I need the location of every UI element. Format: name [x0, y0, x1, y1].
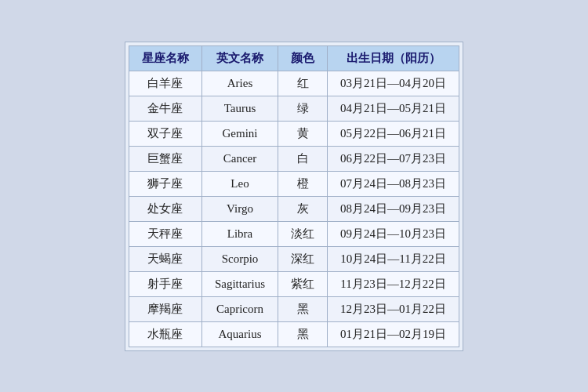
table-row: 白羊座Aries红03月21日—04月20日 — [129, 71, 459, 96]
table-row: 狮子座Leo橙07月24日—08月23日 — [129, 171, 459, 196]
cell-color: 深红 — [278, 246, 328, 271]
cell-english-name: Capricorn — [201, 296, 278, 321]
cell-chinese-name: 天秤座 — [129, 221, 201, 246]
header-chinese-name: 星座名称 — [129, 45, 201, 71]
cell-dates: 11月23日—12月22日 — [328, 271, 459, 296]
table-row: 金牛座Taurus绿04月21日—05月21日 — [129, 96, 459, 121]
cell-english-name: Cancer — [201, 146, 278, 171]
table-row: 摩羯座Capricorn黑12月23日—01月22日 — [129, 296, 459, 321]
cell-english-name: Libra — [201, 221, 278, 246]
cell-color: 紫红 — [278, 271, 328, 296]
table-header-row: 星座名称 英文名称 颜色 出生日期（阳历） — [129, 45, 459, 71]
cell-chinese-name: 金牛座 — [129, 96, 201, 121]
cell-color: 绿 — [278, 96, 328, 121]
cell-chinese-name: 水瓶座 — [129, 321, 201, 347]
cell-dates: 07月24日—08月23日 — [328, 171, 459, 196]
cell-dates: 09月24日—10月23日 — [328, 221, 459, 246]
table-row: 天蝎座Scorpio深红10月24日—11月22日 — [129, 246, 459, 271]
cell-color: 淡红 — [278, 221, 328, 246]
table-row: 处女座Virgo灰08月24日—09月23日 — [129, 196, 459, 221]
cell-dates: 12月23日—01月22日 — [328, 296, 459, 321]
cell-dates: 10月24日—11月22日 — [328, 246, 459, 271]
cell-chinese-name: 摩羯座 — [129, 296, 201, 321]
header-color: 颜色 — [278, 45, 328, 71]
header-dates: 出生日期（阳历） — [328, 45, 459, 71]
cell-chinese-name: 狮子座 — [129, 171, 201, 196]
cell-chinese-name: 双子座 — [129, 121, 201, 146]
cell-dates: 08月24日—09月23日 — [328, 196, 459, 221]
cell-english-name: Taurus — [201, 96, 278, 121]
cell-english-name: Sagittarius — [201, 271, 278, 296]
header-english-name: 英文名称 — [201, 45, 278, 71]
cell-english-name: Scorpio — [201, 246, 278, 271]
cell-english-name: Leo — [201, 171, 278, 196]
cell-english-name: Aquarius — [201, 321, 278, 347]
cell-dates: 06月22日—07月23日 — [328, 146, 459, 171]
zodiac-table: 星座名称 英文名称 颜色 出生日期（阳历） 白羊座Aries红03月21日—04… — [129, 45, 459, 347]
cell-color: 黑 — [278, 321, 328, 347]
cell-chinese-name: 处女座 — [129, 196, 201, 221]
cell-color: 黄 — [278, 121, 328, 146]
table-row: 巨蟹座Cancer白06月22日—07月23日 — [129, 146, 459, 171]
table-row: 双子座Gemini黄05月22日—06月21日 — [129, 121, 459, 146]
cell-color: 白 — [278, 146, 328, 171]
cell-chinese-name: 射手座 — [129, 271, 201, 296]
cell-color: 橙 — [278, 171, 328, 196]
table-row: 天秤座Libra淡红09月24日—10月23日 — [129, 221, 459, 246]
cell-chinese-name: 白羊座 — [129, 71, 201, 96]
cell-dates: 03月21日—04月20日 — [328, 71, 459, 96]
cell-chinese-name: 天蝎座 — [129, 246, 201, 271]
cell-chinese-name: 巨蟹座 — [129, 146, 201, 171]
table-row: 水瓶座Aquarius黑01月21日—02月19日 — [129, 321, 459, 347]
zodiac-table-container: 星座名称 英文名称 颜色 出生日期（阳历） 白羊座Aries红03月21日—04… — [125, 42, 463, 351]
cell-english-name: Gemini — [201, 121, 278, 146]
cell-dates: 04月21日—05月21日 — [328, 96, 459, 121]
cell-english-name: Aries — [201, 71, 278, 96]
cell-dates: 01月21日—02月19日 — [328, 321, 459, 347]
cell-dates: 05月22日—06月21日 — [328, 121, 459, 146]
cell-color: 黑 — [278, 296, 328, 321]
cell-color: 红 — [278, 71, 328, 96]
table-row: 射手座Sagittarius紫红11月23日—12月22日 — [129, 271, 459, 296]
cell-english-name: Virgo — [201, 196, 278, 221]
cell-color: 灰 — [278, 196, 328, 221]
